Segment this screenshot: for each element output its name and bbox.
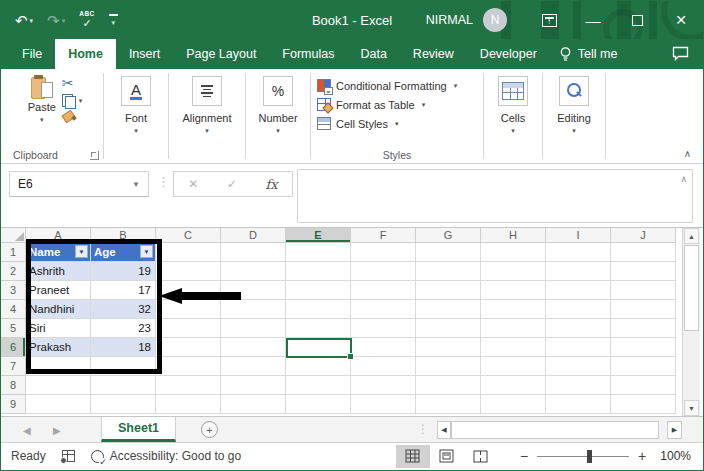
column-header-c[interactable]: C	[156, 228, 221, 243]
page-break-preview-button[interactable]	[464, 445, 498, 468]
grid-cell-j5[interactable]	[611, 319, 676, 338]
ribbon-display-options-button[interactable]	[527, 1, 571, 39]
scroll-up-icon[interactable]: ▲	[684, 228, 699, 244]
previous-sheet-icon[interactable]: ◀	[23, 417, 31, 443]
select-all-corner[interactable]	[1, 228, 26, 243]
format-painter-icon[interactable]	[62, 111, 76, 121]
grid-cell-e4[interactable]	[286, 300, 351, 319]
grid-cell-f6[interactable]	[351, 338, 416, 357]
grid-cell-d2[interactable]	[221, 262, 286, 281]
grid-cell-e7[interactable]	[286, 357, 351, 376]
cancel-entry-icon[interactable]: ✕	[188, 177, 198, 191]
spelling-button[interactable]: ABC✓	[79, 11, 95, 30]
grid-cell-b9[interactable]	[91, 395, 156, 414]
grid-cell-j7[interactable]	[611, 357, 676, 376]
column-header-i[interactable]: I	[546, 228, 611, 243]
grid-cell-a5[interactable]: Siri	[26, 319, 91, 338]
grid-cell-j1[interactable]	[611, 243, 676, 262]
grid-cell-j6[interactable]	[611, 338, 676, 357]
grid-cell-i5[interactable]	[546, 319, 611, 338]
macro-record-icon[interactable]	[62, 450, 75, 462]
grid-cell-a8[interactable]	[26, 376, 91, 395]
grid-cell-j2[interactable]	[611, 262, 676, 281]
grid-cell-e2[interactable]	[286, 262, 351, 281]
cell-styles-button[interactable]: Cell Styles ▾	[317, 114, 398, 133]
grid-cell-e3[interactable]	[286, 281, 351, 300]
row-header-5[interactable]: 5	[1, 319, 26, 338]
grid-cell-b7[interactable]	[91, 357, 156, 376]
grid-cell-j3[interactable]	[611, 281, 676, 300]
sheet-tab-sheet1[interactable]: Sheet1	[101, 417, 176, 442]
grid-cell-g8[interactable]	[416, 376, 481, 395]
grid-cell-e5[interactable]	[286, 319, 351, 338]
grid-cell-i7[interactable]	[546, 357, 611, 376]
ribbon-tab-developer[interactable]: Developer	[467, 39, 550, 69]
grid-cell-h7[interactable]	[481, 357, 546, 376]
grid-cell-g6[interactable]	[416, 338, 481, 357]
grid-cell-d4[interactable]	[221, 300, 286, 319]
grid-cell-b4[interactable]: 32	[91, 300, 156, 319]
grid-cell-d7[interactable]	[221, 357, 286, 376]
grid-cell-c1[interactable]	[156, 243, 221, 262]
grid-cell-h3[interactable]	[481, 281, 546, 300]
grid-cell-d9[interactable]	[221, 395, 286, 414]
editing-dropdown-chevron[interactable]: ▾	[572, 127, 576, 135]
tell-me-box[interactable]: Tell me	[550, 39, 628, 69]
close-button[interactable]: ✕	[659, 1, 703, 39]
editing-group[interactable]: Editing ▾	[543, 69, 605, 163]
row-header-3[interactable]: 3	[1, 281, 26, 300]
comments-icon[interactable]	[672, 46, 689, 65]
ribbon-tab-page-layout[interactable]: Page Layout	[173, 39, 269, 69]
grid-cell-j4[interactable]	[611, 300, 676, 319]
grid-cell-g4[interactable]	[416, 300, 481, 319]
grid-cell-b5[interactable]: 23	[91, 319, 156, 338]
grid-cell-c6[interactable]	[156, 338, 221, 357]
row-header-2[interactable]: 2	[1, 262, 26, 281]
column-header-g[interactable]: G	[416, 228, 481, 243]
grid-cell-g3[interactable]	[416, 281, 481, 300]
zoom-slider[interactable]	[537, 456, 629, 457]
grid-cell-i8[interactable]	[546, 376, 611, 395]
grid-cell-a1[interactable]: Name▼	[26, 243, 91, 262]
alignment-group[interactable]: Alignment ▾	[169, 69, 245, 163]
tab-bar-splitter[interactable]: ⋮	[417, 422, 429, 436]
account-name[interactable]: NIRMAL	[426, 13, 473, 27]
grid-cell-a2[interactable]: Ashrith	[26, 262, 91, 281]
grid-cell-b2[interactable]: 19	[91, 262, 156, 281]
grid-cell-h5[interactable]	[481, 319, 546, 338]
grid-cell-a3[interactable]: Praneet	[26, 281, 91, 300]
column-header-e[interactable]: E	[286, 228, 351, 243]
filter-dropdown-icon[interactable]: ▼	[75, 245, 88, 258]
grid-cell-g2[interactable]	[416, 262, 481, 281]
row-header-8[interactable]: 8	[1, 376, 26, 395]
grid-cell-f3[interactable]	[351, 281, 416, 300]
vertical-scroll-thumb[interactable]	[684, 245, 699, 331]
grid-cell-h2[interactable]	[481, 262, 546, 281]
column-header-f[interactable]: F	[351, 228, 416, 243]
grid-cell-c9[interactable]	[156, 395, 221, 414]
paste-button[interactable]: Paste ▾	[28, 73, 56, 124]
grid-cell-e9[interactable]	[286, 395, 351, 414]
grid-cell-d3[interactable]	[221, 281, 286, 300]
scroll-right-icon[interactable]: ▶	[667, 421, 682, 439]
name-box-dropdown-icon[interactable]: ▼	[132, 180, 140, 189]
zoom-slider-thumb[interactable]	[587, 450, 592, 463]
new-sheet-button[interactable]: +	[201, 421, 218, 438]
grid-cell-i6[interactable]	[546, 338, 611, 357]
grid-cell-a4[interactable]: Nandhini	[26, 300, 91, 319]
grid-cell-e1[interactable]	[286, 243, 351, 262]
undo-button[interactable]: ↶▾	[15, 13, 33, 28]
active-cell-selection[interactable]	[286, 338, 352, 358]
customize-qat-button[interactable]: ▾	[109, 14, 118, 26]
next-sheet-icon[interactable]: ▶	[53, 417, 61, 443]
grid-cell-d8[interactable]	[221, 376, 286, 395]
redo-button[interactable]: ↷▾	[47, 13, 65, 28]
column-header-a[interactable]: A	[26, 228, 91, 243]
number-dropdown-chevron[interactable]: ▾	[276, 127, 280, 135]
grid-cell-h4[interactable]	[481, 300, 546, 319]
cells-dropdown-chevron[interactable]: ▾	[511, 127, 515, 135]
format-as-table-button[interactable]: Format as Table ▾	[317, 95, 425, 114]
font-dropdown-chevron[interactable]: ▾	[134, 127, 138, 135]
column-header-b[interactable]: B	[91, 228, 156, 243]
grid-cell-g9[interactable]	[416, 395, 481, 414]
